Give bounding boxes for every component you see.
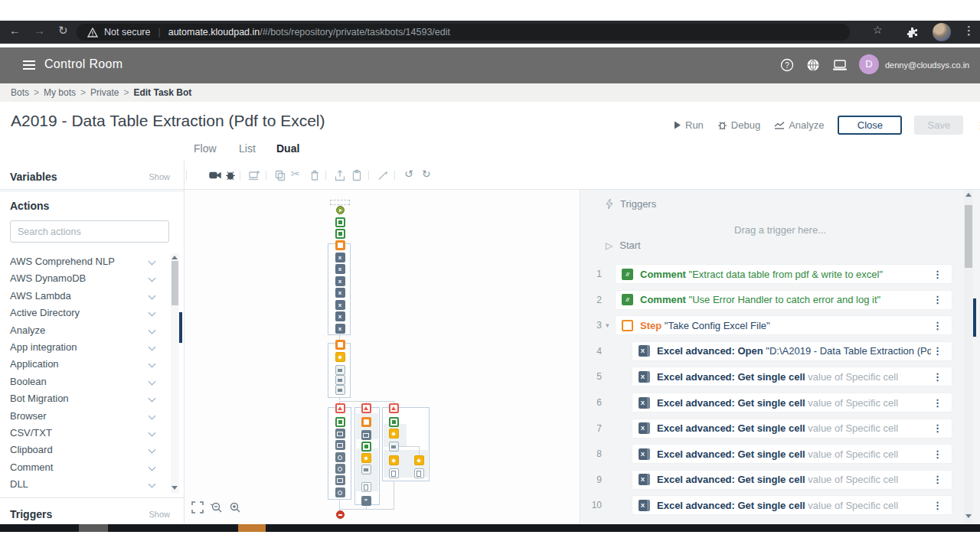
flow-node-gray[interactable] — [335, 429, 345, 439]
scroll-down-icon[interactable] — [172, 486, 178, 490]
flow-node-comment[interactable] — [389, 417, 399, 427]
action-card[interactable]: Excel advanced: Open "D:\A2019 - Data Ta… — [632, 341, 952, 361]
flow-node-comment[interactable] — [335, 217, 345, 227]
browser-profile-avatar[interactable] — [933, 23, 951, 41]
action-card[interactable]: Comment "Use Error Handler to catch erro… — [615, 290, 952, 310]
row-menu-icon[interactable]: ⋮ — [931, 345, 944, 357]
flow-node-loop[interactable] — [361, 453, 371, 463]
undo-icon[interactable]: ↺ — [404, 168, 413, 180]
action-category-item[interactable]: Browser — [0, 408, 170, 425]
browser-menu-icon[interactable]: ⋮ — [963, 24, 975, 37]
left-splitter-indicator[interactable] — [179, 312, 182, 343]
zoom-out-icon[interactable] — [210, 501, 223, 514]
breadcrumb-bots[interactable]: Bots — [11, 87, 29, 98]
flow-node-step[interactable] — [335, 240, 345, 250]
scrollbar-thumb[interactable] — [965, 205, 972, 268]
bookmark-star-icon[interactable]: ☆ — [873, 24, 883, 36]
action-category-item[interactable]: Bot Migration — [0, 390, 170, 407]
browser-reload-icon[interactable]: ↻ — [58, 24, 68, 37]
flow-node-excel[interactable] — [335, 324, 345, 334]
action-category-item[interactable]: Analyze — [0, 322, 170, 339]
flow-node-folder[interactable] — [335, 365, 345, 375]
flow-node-excel[interactable] — [335, 253, 345, 262]
globe-icon[interactable] — [806, 58, 820, 72]
flow-node-excel[interactable] — [335, 288, 345, 298]
flow-node-gray[interactable] — [335, 440, 345, 450]
browser-back-icon[interactable]: ← — [9, 24, 21, 37]
action-card[interactable]: Excel advanced: Get single cell value of… — [632, 495, 952, 515]
row-menu-icon[interactable]: ⋮ — [931, 500, 944, 511]
browser-forward-icon[interactable]: → — [34, 24, 45, 37]
flow-node-comment[interactable] — [335, 229, 345, 239]
scrollbar-thumb[interactable] — [172, 261, 178, 305]
action-card[interactable]: Excel advanced: Get single cell value of… — [632, 470, 952, 490]
triggers-show-link[interactable]: Show — [149, 510, 170, 519]
row-menu-icon[interactable]: ⋮ — [931, 397, 944, 409]
scroll-down-icon[interactable] — [965, 514, 972, 518]
new-window-record-icon[interactable] — [248, 169, 260, 181]
flow-node-error[interactable] — [361, 403, 371, 413]
flow-node-step[interactable] — [361, 417, 371, 427]
action-category-item[interactable]: DLL — [0, 476, 170, 493]
flow-node-folder[interactable] — [361, 465, 371, 474]
help-icon[interactable]: ? — [780, 58, 794, 72]
action-category-item[interactable]: CSV/TXT — [0, 425, 170, 442]
cut-icon[interactable]: ✂ — [291, 168, 300, 180]
row-menu-icon[interactable]: ⋮ — [931, 320, 944, 331]
row-menu-icon[interactable]: ⋮ — [931, 448, 944, 460]
upload-icon[interactable] — [334, 169, 346, 181]
row-menu-icon[interactable]: ⋮ — [931, 371, 944, 383]
row-expand-icon[interactable]: ▾ — [606, 315, 609, 335]
flow-node-gray[interactable] — [361, 430, 371, 440]
scroll-up-icon[interactable] — [172, 256, 178, 259]
copy-icon[interactable] — [274, 169, 286, 181]
close-button[interactable]: Close — [838, 116, 902, 135]
tab-dual[interactable]: Dual — [276, 142, 299, 155]
flow-node-excel[interactable] — [335, 264, 345, 274]
flow-node-gear[interactable] — [335, 464, 345, 474]
address-bar[interactable]: Not secure | automate.kloudpad.in/#/bots… — [77, 24, 850, 41]
wand-icon[interactable] — [377, 169, 389, 181]
more-actions-icon[interactable]: ⋮ — [975, 119, 980, 131]
hamburger-menu-icon[interactable] — [23, 60, 35, 70]
action-category-item[interactable]: App integration — [0, 339, 170, 356]
delete-icon[interactable] — [309, 169, 321, 181]
flow-node-quote[interactable] — [361, 496, 371, 506]
flow-node-loop[interactable] — [414, 455, 424, 465]
action-category-item[interactable]: Active Directory — [0, 305, 170, 321]
fit-to-screen-icon[interactable] — [191, 501, 204, 514]
flow-node-folder[interactable] — [335, 385, 345, 395]
action-category-item[interactable]: Comment — [0, 459, 170, 476]
row-menu-icon[interactable]: ⋮ — [931, 269, 944, 280]
record-camera-icon[interactable] — [209, 169, 221, 181]
sidebar-scrollbar[interactable] — [171, 253, 179, 494]
flow-node-step[interactable] — [335, 340, 345, 350]
flow-node-doc[interactable] — [389, 468, 399, 478]
flow-node-doc[interactable] — [361, 482, 371, 492]
flow-node-loop[interactable] — [389, 455, 399, 465]
flow-node-loop[interactable] — [389, 429, 399, 439]
zoom-in-icon[interactable] — [228, 501, 241, 514]
action-card[interactable]: Excel advanced: Get single cell value of… — [632, 367, 952, 386]
flow-node-excel[interactable] — [335, 276, 345, 286]
flow-node-loop[interactable] — [335, 352, 345, 362]
tab-flow[interactable]: Flow — [194, 142, 217, 155]
variables-show-link[interactable]: Show — [149, 172, 170, 181]
flow-node-excel[interactable] — [335, 300, 345, 310]
breadcrumb-my-bots[interactable]: My bots — [44, 87, 76, 98]
action-card[interactable]: Excel advanced: Get single cell value of… — [632, 444, 952, 464]
save-button[interactable]: Save — [914, 116, 963, 135]
row-menu-icon[interactable]: ⋮ — [931, 474, 944, 485]
action-card[interactable]: Comment "Extract data table from pdf & w… — [615, 264, 952, 284]
action-category-item[interactable]: Application — [0, 356, 170, 373]
flow-node-error[interactable] — [389, 403, 399, 413]
tab-list[interactable]: List — [239, 142, 256, 155]
scroll-up-icon[interactable] — [965, 193, 972, 197]
flow-node-gear[interactable] — [335, 487, 345, 497]
flow-node-comment[interactable] — [361, 442, 371, 452]
flow-node-gray[interactable] — [335, 475, 345, 485]
redo-icon[interactable]: ↻ — [422, 168, 431, 180]
triggers-section-header[interactable]: Triggers — [606, 198, 656, 210]
devices-icon[interactable] — [832, 59, 848, 71]
action-category-item[interactable]: AWS Comprehend NLP — [0, 253, 170, 270]
